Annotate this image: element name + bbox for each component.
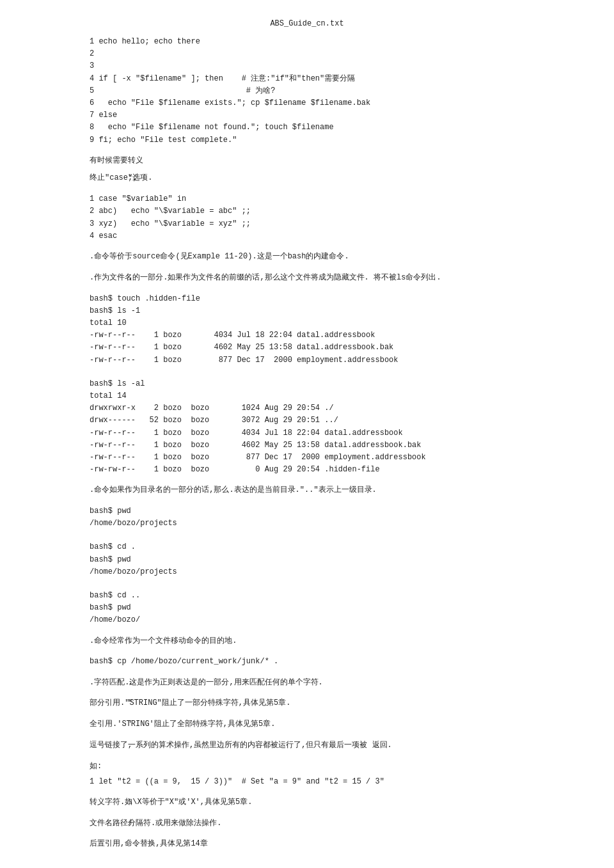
marker-dot-1: .: [128, 251, 132, 263]
marker-section-11: / 文件名路径分隔符.或用来做除法操作.: [90, 817, 576, 830]
marker-text-11: 文件名路径分隔符.或用来做除法操作.: [90, 817, 576, 830]
code-section-1: 1 echo hello; echo there 2 3 4 if [ -x "…: [90, 36, 576, 146]
page-title: ABS_Guide_cn.txt: [0, 19, 614, 28]
code-section-2: 1 case "$variable" in 2 abc) echo "\$var…: [90, 193, 576, 242]
marker-semicolons: ;;: [128, 172, 137, 184]
marker-dot-4: .: [128, 635, 132, 647]
marker-backslash: \: [128, 796, 132, 809]
marker-quote-single: ': [128, 718, 132, 730]
marker-section-6: . .字符匹配.这是作为正则表达是的一部分,用来匹配任何的单个字符.: [90, 677, 576, 690]
marker-text-10: 转义字符.如\X等价于"X"或'X',具体见第5章.: [90, 796, 576, 809]
marker-dot-2: .: [128, 272, 132, 284]
marker-slash: /: [128, 817, 132, 830]
code-block-5: bash$ pwd /home/bozo/projects: [90, 505, 576, 530]
marker-quote-double: ": [128, 697, 132, 709]
marker-section-8: ' 全引用.'STRING'阻止了全部特殊字符,具体见第5章.: [90, 718, 576, 731]
marker-text-4: .命令如果作为目录名的一部分的话,那么.表达的是当前目录.".."表示上一级目录…: [90, 484, 576, 497]
main-content: 1 echo hello; echo there 2 3 4 if [ -x "…: [0, 36, 614, 851]
para-1: 有时候需要转义: [90, 155, 576, 168]
marker-text-5: .命令经常作为一个文件移动命令的目的地.: [90, 635, 576, 648]
marker-section-10: \ 转义字符.如\X等价于"X"或'X',具体见第5章.: [90, 796, 576, 809]
marker-text-12: 后置引用,命令替换,具体见第14章: [90, 838, 576, 851]
para-section-1: 有时候需要转义: [90, 155, 576, 168]
marker-text-9: 逗号链接了一系列的算术操作,虽然里边所有的内容都被运行了,但只有最后一项被 返回…: [90, 739, 576, 752]
code-section-7: bash$ cd .. bash$ pwd /home/bozo/: [90, 590, 576, 627]
code-section-6: bash$ cd . bash$ pwd /home/bozo/projects: [90, 541, 576, 578]
marker-dot-5: .: [128, 677, 132, 689]
marker-section-12: ` 后置引用,命令替换,具体见第14章: [90, 838, 576, 851]
marker-text-7: 部分引用."STRING"阻止了一部分特殊字符,具体见第5章.: [90, 697, 576, 710]
marker-section-9: , 逗号链接了一系列的算术操作,虽然里边所有的内容都被运行了,但只有最后一项被 …: [90, 739, 576, 752]
marker-section-1: ;; 终止"case"选项.: [90, 172, 576, 185]
code-block-4: bash$ ls -al total 14 drwxrwxr-x 2 bozo …: [90, 378, 576, 477]
code-section-4: bash$ ls -al total 14 drwxrwxr-x 2 bozo …: [90, 378, 576, 477]
example-code: 1 let "t2 = ((a = 9, 15 / 3))" # Set "a …: [90, 776, 576, 788]
code-block-1: 1 echo hello; echo there 2 3 4 if [ -x "…: [90, 36, 576, 146]
marker-dot-3: .: [128, 484, 132, 496]
code-block-6: bash$ cd . bash$ pwd /home/bozo/projects: [90, 541, 576, 578]
marker-text-8: 全引用.'STRING'阻止了全部特殊字符,具体见第5章.: [90, 718, 576, 731]
marker-section-7: " 部分引用."STRING"阻止了一部分特殊字符,具体见第5章.: [90, 697, 576, 710]
code-block-8: bash$ cp /home/bozo/current_work/junk/* …: [90, 656, 576, 668]
marker-backtick: `: [128, 838, 132, 850]
marker-comma: ,: [128, 739, 132, 752]
marker-text-3: .作为文件名的一部分.如果作为文件名的前缀的话,那么这个文件将成为隐藏文件. 将…: [90, 272, 576, 285]
marker-section-3: . .作为文件名的一部分.如果作为文件名的前缀的话,那么这个文件将成为隐藏文件.…: [90, 272, 576, 285]
marker-text-6: .字符匹配.这是作为正则表达是的一部分,用来匹配任何的单个字符.: [90, 677, 576, 690]
marker-section-4: . .命令如果作为目录名的一部分的话,那么.表达的是当前目录.".."表示上一级…: [90, 484, 576, 497]
code-block-3: bash$ touch .hidden-file bash$ ls -1 tot…: [90, 293, 576, 367]
code-section-5: bash$ pwd /home/bozo/projects: [90, 505, 576, 530]
example-section: 如: 1 let "t2 = ((a = 9, 15 / 3))" # Set …: [90, 761, 576, 788]
code-section-3: bash$ touch .hidden-file bash$ ls -1 tot…: [90, 293, 576, 367]
page: ABS_Guide_cn.txt 1 echo hello; echo ther…: [0, 0, 614, 868]
marker-section-2: . .命令等价于source命令(见Example 11-20).这是一个bas…: [90, 251, 576, 264]
marker-section-5: . .命令经常作为一个文件移动命令的目的地.: [90, 635, 576, 648]
code-section-8: bash$ cp /home/bozo/current_work/junk/* …: [90, 656, 576, 668]
marker-text-1: 终止"case"选项.: [90, 172, 576, 185]
code-block-2: 1 case "$variable" in 2 abc) echo "\$var…: [90, 193, 576, 242]
example-label: 如:: [90, 761, 576, 773]
marker-text-2: .命令等价于source命令(见Example 11-20).这是一个bash的…: [90, 251, 576, 264]
code-block-7: bash$ cd .. bash$ pwd /home/bozo/: [90, 590, 576, 627]
